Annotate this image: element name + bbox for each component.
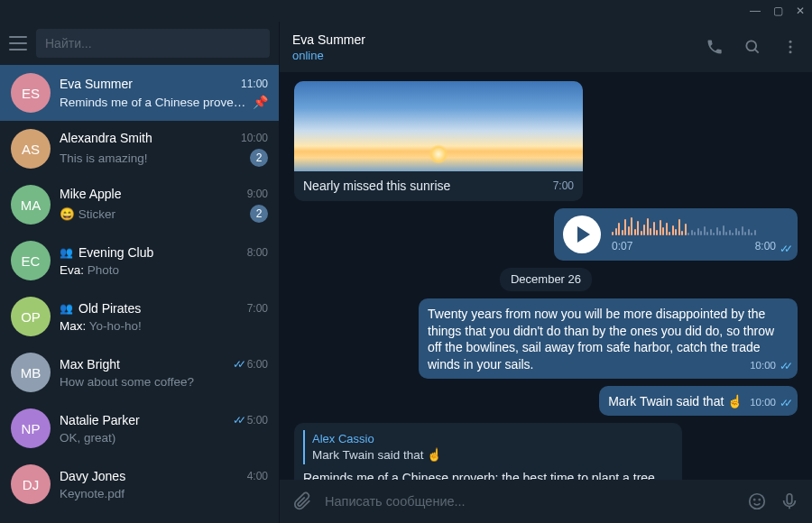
search-icon[interactable] [743, 38, 761, 56]
message-list[interactable]: Nearly missed this sunrise 7:00 0:07 8:0… [280, 72, 812, 480]
chat-item[interactable]: MBMax Bright✓✓6:00How about some coffee? [0, 344, 279, 400]
more-icon[interactable] [781, 38, 799, 56]
chat-list[interactable]: ESEva Summer11:00Reminds me of a Chinese… [0, 65, 279, 523]
search-field[interactable] [36, 29, 270, 58]
maximize-button[interactable]: ▢ [773, 5, 783, 17]
message-voice[interactable]: 0:07 8:00 ✓✓ [294, 208, 798, 261]
avatar: DJ [11, 464, 51, 504]
chat-preview: OK, great) [60, 431, 268, 445]
chat-item[interactable]: ESEva Summer11:00Reminds me of a Chinese… [0, 65, 279, 121]
group-icon: 👥 [60, 302, 73, 315]
chat-item[interactable]: DJDavy Jones4:00Keynote.pdf [0, 456, 279, 512]
svg-point-6 [754, 500, 755, 500]
svg-point-3 [789, 46, 792, 49]
chat-preview: Eva: Photo [60, 263, 268, 277]
chat-name: Mike Apple [60, 187, 242, 201]
reply-from: Alex Cassio [312, 431, 666, 447]
message-text[interactable]: Twenty years from now you will be more d… [294, 298, 798, 380]
avatar: OP [11, 297, 51, 336]
group-icon: 👥 [60, 246, 73, 259]
message-body: Twenty years from now you will be more d… [428, 307, 774, 372]
chat-preview: This is amazing! [60, 151, 245, 165]
mic-icon[interactable] [780, 491, 799, 511]
close-button[interactable]: ✕ [796, 5, 805, 17]
read-checks-icon: ✓✓ [780, 359, 789, 373]
chat-preview: 😄 Sticker [60, 206, 245, 221]
chat-item[interactable]: EC👥 Evening Club8:00Eva: Photo [0, 233, 279, 289]
search-input[interactable] [45, 36, 261, 50]
chat-preview: Keynote.pdf [60, 487, 268, 500]
chat-time: 11:00 [241, 78, 268, 90]
photo-caption: Nearly missed this sunrise [303, 178, 544, 195]
svg-rect-8 [787, 494, 792, 504]
chat-item[interactable]: ASAlexandra Smith10:00This is amazing!2 [0, 121, 279, 177]
svg-line-1 [755, 50, 759, 53]
reply-preview[interactable]: Alex Cassio Mark Twain said that ☝️ [303, 430, 673, 464]
call-icon[interactable] [706, 38, 724, 56]
message-time: 7:00 [553, 179, 574, 193]
menu-button[interactable] [9, 36, 27, 50]
svg-point-2 [789, 41, 792, 43]
conversation-pane: Eva Summer online Nearly missed this sun… [280, 22, 812, 523]
voice-elapsed: 0:07 [612, 239, 755, 253]
chat-time: 4:00 [247, 470, 268, 482]
message-reply[interactable]: Alex Cassio Mark Twain said that ☝️ Remi… [294, 423, 798, 480]
emoji-icon[interactable] [747, 491, 767, 511]
chat-time: 9:00 [247, 188, 268, 200]
message-time: 8:00 [755, 239, 776, 253]
chat-time: 7:00 [247, 302, 268, 315]
peer-info[interactable]: Eva Summer online [292, 32, 693, 62]
chat-name: Davy Jones [60, 469, 242, 483]
avatar: NP [11, 408, 51, 448]
chat-name: Old Pirates [78, 301, 242, 316]
message-input[interactable] [325, 494, 734, 509]
chat-name: Alexandra Smith [60, 131, 235, 145]
message-time: 10:00 [750, 359, 776, 373]
voice-waveform[interactable] [612, 216, 789, 235]
photo-thumbnail[interactable] [294, 81, 583, 171]
chat-name: Eva Summer [60, 77, 235, 91]
message-photo[interactable]: Nearly missed this sunrise 7:00 [294, 81, 798, 201]
message-text[interactable]: Mark Twain said that ☝️ ✓✓ 10:00 [294, 386, 798, 416]
unread-badge: 2 [250, 149, 268, 167]
chat-preview: How about some coffee? [60, 375, 268, 389]
read-checks-icon: ✓✓ [233, 358, 242, 371]
chat-item[interactable]: NPNatalie Parker✓✓5:00OK, great) [0, 400, 279, 456]
svg-point-4 [789, 50, 792, 53]
chat-time: 5:00 [247, 414, 268, 427]
chat-item[interactable]: OP👥 Old Pirates7:00Max: Yo-ho-ho! [0, 289, 279, 344]
chat-name: Natalie Parker [60, 413, 227, 427]
play-button[interactable] [563, 216, 601, 253]
avatar: AS [11, 129, 51, 169]
read-checks-icon: ✓✓ [780, 242, 789, 256]
attach-icon[interactable] [292, 491, 312, 511]
chat-name: Max Bright [60, 357, 227, 372]
conversation-header: Eva Summer online [280, 22, 812, 72]
sidebar: ESEva Summer11:00Reminds me of a Chinese… [0, 22, 280, 523]
avatar: MB [11, 353, 51, 392]
chat-item[interactable]: MAMike Apple9:00😄 Sticker2 [0, 177, 279, 233]
message-body: Reminds me of a Chinese proverb: the bes… [303, 471, 655, 480]
window-controls: — ▢ ✕ [0, 0, 812, 22]
chat-time: 8:00 [247, 246, 268, 259]
chat-name: Evening Club [78, 245, 242, 260]
message-body: Mark Twain said that ☝️ [608, 394, 743, 408]
peer-status: online [292, 49, 693, 62]
svg-point-0 [746, 41, 756, 50]
minimize-button[interactable]: — [750, 5, 761, 17]
chat-time: 10:00 [241, 132, 268, 144]
svg-point-5 [750, 494, 765, 509]
chat-preview: Max: Yo-ho-ho! [60, 319, 268, 333]
peer-name: Eva Summer [292, 32, 693, 47]
avatar: ES [11, 73, 51, 113]
avatar: EC [11, 241, 51, 280]
composer [280, 480, 812, 523]
read-checks-icon: ✓✓ [780, 396, 789, 410]
read-checks-icon: ✓✓ [233, 414, 242, 427]
unread-badge: 2 [250, 205, 268, 223]
date-divider: December 26 [294, 268, 798, 291]
svg-point-7 [759, 500, 760, 500]
reply-text: Mark Twain said that ☝️ [312, 447, 666, 463]
message-time: 10:00 [750, 396, 776, 410]
pin-icon: 📌 [253, 95, 268, 109]
